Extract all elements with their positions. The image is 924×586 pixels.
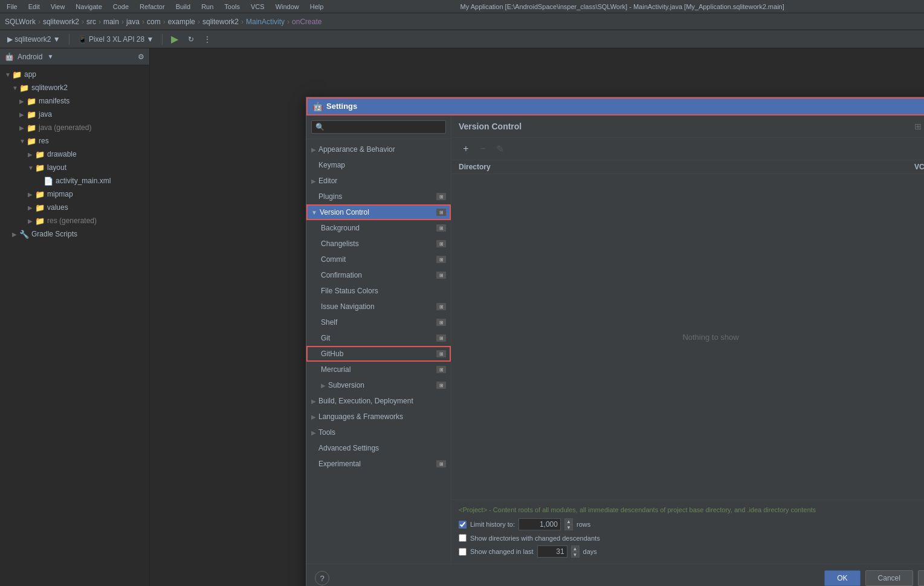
menu-code[interactable]: Code <box>111 2 131 11</box>
settings-item-editor[interactable]: ▶ Editor <box>306 173 451 189</box>
settings-item-confirmation[interactable]: Confirmation ⊞ <box>306 267 451 283</box>
menu-navigate[interactable]: Navigate <box>74 2 103 11</box>
settings-item-shelf[interactable]: Shelf ⊞ <box>306 314 451 330</box>
menu-window[interactable]: Window <box>274 2 301 11</box>
toolbar-device[interactable]: 📱 Pixel 3 XL API 28 ▼ <box>74 34 158 45</box>
breadcrumb-src[interactable]: src <box>86 18 96 26</box>
tree-java-gen[interactable]: ▶ 📁 java (generated) <box>0 121 149 134</box>
sidebar-dropdown-icon[interactable]: ▼ <box>47 53 53 60</box>
tree-mipmap[interactable]: ▶ 📁 mipmap <box>0 187 149 201</box>
menu-view[interactable]: View <box>49 2 67 11</box>
settings-item-appearance[interactable]: ▶ Appearance & Behavior <box>306 142 451 157</box>
tree-activity-main[interactable]: ▶ 📄 activity_main.xml <box>0 174 149 187</box>
settings-item-background[interactable]: Background ⊞ <box>306 220 451 236</box>
tree-java[interactable]: ▶ 📁 java <box>0 108 149 121</box>
tree-gradle[interactable]: ▶ 🔧 Gradle Scripts <box>0 227 149 241</box>
vc-add-button[interactable]: + <box>459 142 473 156</box>
settings-appearance-label: Appearance & Behavior <box>318 145 395 154</box>
menu-build[interactable]: Build <box>174 2 192 11</box>
settings-item-experimental[interactable]: ▶ Experimental ⊞ <box>306 456 451 472</box>
checkbox-limit-history[interactable] <box>459 521 467 529</box>
settings-confirmation-label: Confirmation <box>321 271 362 279</box>
menu-vcs[interactable]: VCS <box>249 2 267 11</box>
limit-spinner[interactable]: ▲ ▼ <box>564 518 573 530</box>
settings-item-advanced[interactable]: ▶ Advanced Settings <box>306 440 451 456</box>
dialog-help-button[interactable]: ? <box>315 571 329 585</box>
settings-item-changelists[interactable]: Changelists ⊞ <box>306 236 451 252</box>
settings-item-commit[interactable]: Commit ⊞ <box>306 252 451 267</box>
settings-search-area[interactable] <box>306 116 451 139</box>
settings-subversion-label: Subversion <box>328 381 364 389</box>
menu-bar[interactable]: File Edit View Navigate Code Refactor Bu… <box>5 2 325 11</box>
settings-item-tools[interactable]: ▶ Tools <box>306 425 451 440</box>
tree-java-gen-label: java (generated) <box>39 123 91 132</box>
menu-refactor[interactable]: Refactor <box>138 2 167 11</box>
dialog-apply-button[interactable]: Apply <box>918 570 924 586</box>
checkbox-show-changed[interactable] <box>459 548 467 556</box>
breadcrumb-sqlwork[interactable]: SQLWork <box>5 18 36 26</box>
issue-ext-icon: ⊞ <box>436 303 446 310</box>
limit-spinner-up[interactable]: ▲ <box>564 518 573 524</box>
settings-left-panel: ▶ Appearance & Behavior ▶ Keymap ▶ Edito… <box>306 116 451 564</box>
sidebar-settings-icon[interactable]: ⚙ <box>138 53 144 61</box>
tree-values[interactable]: ▶ 📁 values <box>0 201 149 214</box>
tree-app[interactable]: ▼ 📁 app <box>0 68 149 81</box>
tree-res-gen[interactable]: ▶ 📁 res (generated) <box>0 214 149 227</box>
toolbar-run-config[interactable]: ▶ sqlitework2 ▼ <box>4 34 64 45</box>
vc-edit-button[interactable]: ✎ <box>493 142 507 156</box>
breadcrumb-mainactivity[interactable]: MainActivity <box>246 18 285 26</box>
menu-edit[interactable]: Edit <box>27 2 42 11</box>
limit-spinner-down[interactable]: ▼ <box>564 524 573 530</box>
checkbox-show-dirs[interactable] <box>459 534 467 542</box>
dialog-cancel-button[interactable]: Cancel <box>865 570 913 586</box>
tree-drawable[interactable]: ▶ 📁 drawable <box>0 148 149 161</box>
breadcrumb-sep: › <box>38 18 40 26</box>
settings-item-keymap[interactable]: ▶ Keymap <box>306 157 451 173</box>
settings-item-file-status[interactable]: File Status Colors <box>306 283 451 299</box>
breadcrumb-com[interactable]: com <box>147 18 161 26</box>
menu-file[interactable]: File <box>5 2 19 11</box>
breadcrumb-java[interactable]: java <box>126 18 140 26</box>
menu-run[interactable]: Run <box>199 2 215 11</box>
tree-sqlitework2[interactable]: ▼ 📁 sqlitework2 <box>0 81 149 94</box>
tree-manifests[interactable]: ▶ 📁 manifests <box>0 94 149 108</box>
vc-remove-button[interactable]: − <box>476 142 490 156</box>
settings-item-build[interactable]: ▶ Build, Execution, Deployment <box>306 393 451 409</box>
tree-sqlitework2-label: sqlitework2 <box>31 83 68 92</box>
settings-mercurial-label: Mercurial <box>321 365 351 374</box>
toolbar-sync-btn[interactable]: ↻ <box>184 34 198 45</box>
days-spinner[interactable]: ▲ ▼ <box>571 545 580 558</box>
days-spinner-down[interactable]: ▼ <box>571 552 580 558</box>
tree-layout[interactable]: ▼ 📁 layout <box>0 161 149 174</box>
settings-right-header: Version Control ⊞ ← → <box>451 116 924 138</box>
settings-search-input[interactable] <box>311 120 446 134</box>
settings-item-git[interactable]: Git ⊞ <box>306 330 451 346</box>
days-spinner-up[interactable]: ▲ <box>571 545 580 552</box>
settings-item-languages[interactable]: ▶ Languages & Frameworks <box>306 409 451 425</box>
settings-item-github[interactable]: GitHub ⊞ <box>306 346 451 362</box>
settings-item-version-control[interactable]: ▼ Version Control ⊞ <box>306 204 451 220</box>
dialog-ok-button[interactable]: OK <box>824 570 860 586</box>
settings-background-label: Background <box>321 224 360 232</box>
days-input[interactable] <box>537 545 567 558</box>
settings-item-issue-nav[interactable]: Issue Navigation ⊞ <box>306 299 451 314</box>
settings-item-plugins[interactable]: ▶ Plugins ⊞ <box>306 189 451 204</box>
settings-tools-label: Tools <box>318 428 335 437</box>
menu-help[interactable]: Help <box>308 2 326 11</box>
breadcrumb-sqlitework2[interactable]: sqlitework2 <box>43 18 79 26</box>
breadcrumb-example[interactable]: example <box>168 18 195 26</box>
limit-history-input[interactable] <box>519 518 561 530</box>
settings-github-label: GitHub <box>321 350 343 358</box>
breadcrumb-main[interactable]: main <box>103 18 119 26</box>
breadcrumb-sqlitework2b[interactable]: sqlitework2 <box>202 18 239 26</box>
toolbar-more-btn[interactable]: ⋮ <box>200 34 215 45</box>
plugins-ext-icon: ⊞ <box>436 193 446 200</box>
breadcrumb-oncreate[interactable]: onCreate <box>292 18 321 26</box>
tree-res[interactable]: ▼ 📁 res <box>0 134 149 148</box>
toolbar-run-btn[interactable]: ▶ <box>167 32 182 46</box>
folder-java-gen-icon: 📁 <box>27 123 36 132</box>
settings-item-subversion[interactable]: ▶ Subversion ⊞ <box>306 377 451 393</box>
settings-item-mercurial[interactable]: Mercurial ⊞ <box>306 362 451 377</box>
menu-tools[interactable]: Tools <box>222 2 242 11</box>
tree-drawable-label: drawable <box>47 150 77 158</box>
